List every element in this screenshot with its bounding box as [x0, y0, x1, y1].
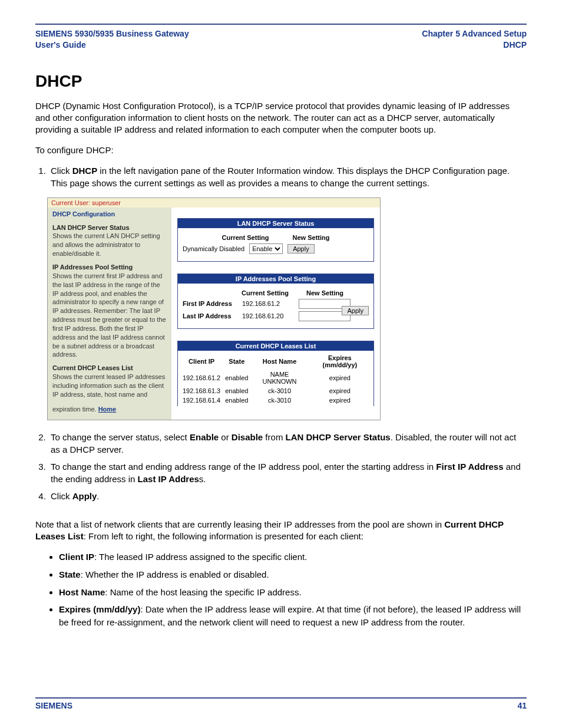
step-4: Click Apply.: [48, 490, 527, 502]
bullet-host-name: Host Name: Name of the host leasing the …: [59, 586, 527, 599]
lan-apply-button[interactable]: Apply: [287, 244, 315, 253]
header-left-line1: SIEMENS 5930/5935 Business Gateway: [35, 28, 189, 39]
leases-panel: Current DHCP Leases List Client IP State…: [177, 341, 374, 406]
bullet-expires: Expires (mm/dd/yy): Date when the IP add…: [59, 603, 527, 629]
sidebar-lan-title: LAN DHCP Server Status: [52, 223, 167, 232]
sidebar-leases-title: Current DHCP Leases List: [52, 364, 167, 373]
header-left: SIEMENS 5930/5935 Business Gateway User'…: [35, 28, 189, 51]
header-rule: [35, 24, 527, 25]
note-paragraph: Note that a list of network clients that…: [35, 519, 527, 543]
header-right-line1: Chapter 5 Advanced Setup: [422, 28, 527, 39]
sidebar-pool-text: Shows the current first IP address and t…: [52, 272, 166, 358]
step-3: To change the start and ending address r…: [48, 460, 527, 485]
bullet-client-ip: Client IP: The leased IP address assigne…: [59, 551, 527, 564]
lan-col-new: New Setting: [293, 234, 330, 241]
step-1: Click DHCP in the left navigation pane o…: [48, 164, 527, 189]
bullets-list: Client IP: The leased IP address assigne…: [59, 551, 527, 629]
leases-col-host: Host Name: [250, 353, 308, 370]
sidebar-pool-title: IP Addresses Pool Setting: [52, 263, 167, 272]
page-footer: SIEMENS 41: [35, 697, 527, 710]
steps-list-cont: To change the server status, select Enab…: [48, 431, 527, 502]
pool-col-new: New Setting: [306, 289, 343, 297]
lan-panel-header: LAN DHCP Server Status: [178, 219, 373, 228]
steps-list: Click DHCP in the left navigation pane o…: [48, 164, 527, 189]
figure-sidebar: DHCP Configuration LAN DHCP Server Statu…: [48, 207, 171, 420]
header-right: Chapter 5 Advanced Setup DHCP: [422, 28, 527, 51]
config-title: DHCP Configuration: [52, 210, 167, 219]
last-ip-current: 192.168.61.20: [242, 312, 295, 319]
intro-paragraph: DHCP (Dynamic Host Configuration Protoco…: [35, 100, 527, 136]
leases-col-state: State: [223, 353, 250, 370]
footer-rule: [35, 697, 527, 699]
pool-panel-header: IP Addresses Pool Setting: [178, 274, 373, 284]
figure-main: LAN DHCP Server Status Current Setting N…: [171, 207, 380, 420]
page-header: SIEMENS 5930/5935 Business Gateway User'…: [35, 28, 527, 51]
table-row: 192.168.61.4 enabled ck-3010 expired: [180, 396, 371, 405]
lan-col-current: Current Setting: [222, 234, 269, 241]
pool-col-current: Current Setting: [242, 289, 289, 297]
footer-right: 41: [517, 701, 527, 710]
page-title: DHCP: [35, 72, 527, 91]
header-left-line2: User's Guide: [35, 39, 189, 51]
leases-header-row: Client IP State Host Name Expires (mm/dd…: [180, 353, 371, 370]
current-user-label: Current User: superuser: [48, 198, 380, 207]
table-row: 192.168.61.2 enabled NAME UNKNOWN expire…: [180, 370, 371, 386]
lan-current-value: Dynamically Disabled: [183, 245, 244, 252]
leases-panel-header: Current DHCP Leases List: [178, 341, 373, 351]
home-link[interactable]: Home: [98, 405, 117, 414]
table-row: 192.168.61.3 enabled ck-3010 expired: [180, 386, 371, 396]
leases-col-exp: Expires (mm/dd/yy): [309, 353, 371, 370]
pool-apply-button[interactable]: Apply: [342, 306, 369, 315]
sidebar-lan-text: Shows the current LAN DHCP setting and a…: [52, 232, 160, 257]
last-ip-label: Last IP Address: [183, 312, 239, 319]
leases-table: Client IP State Host Name Expires (mm/dd…: [180, 353, 371, 405]
footer-left: SIEMENS: [35, 701, 72, 710]
step-2: To change the server status, select Enab…: [48, 431, 527, 456]
lan-new-select[interactable]: Enable: [249, 243, 283, 254]
lan-status-panel: LAN DHCP Server Status Current Setting N…: [177, 218, 374, 262]
first-ip-current: 192.168.61.2: [242, 300, 295, 307]
first-ip-label: First IP Address: [183, 300, 239, 307]
configure-lead: To configure DHCP:: [35, 144, 527, 156]
pool-panel: IP Addresses Pool Setting Current Settin…: [177, 274, 374, 329]
header-right-line2: DHCP: [422, 39, 527, 51]
leases-col-ip: Client IP: [180, 353, 223, 370]
bullet-state: State: Whether the IP address is enabled…: [59, 568, 527, 581]
dhcp-config-figure: Current User: superuser DHCP Configurati…: [47, 197, 381, 420]
